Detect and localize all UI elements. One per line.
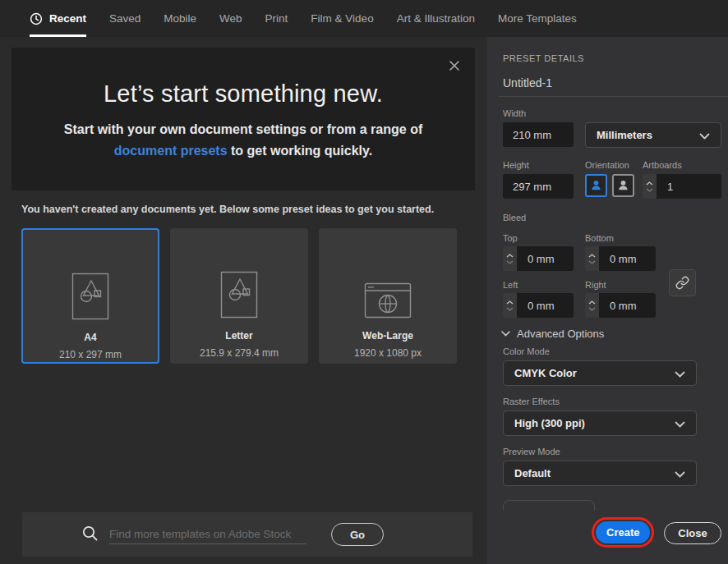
artboards-input[interactable] [657,181,721,193]
raster-effects-dropdown[interactable]: High (300 ppi) [503,410,697,436]
portrait-person-icon[interactable] [585,174,607,197]
chevron-up-icon [506,300,514,305]
chevron-up-icon [588,254,596,258]
divider [499,96,728,97]
bleed-top-stepper: 0 mm [503,246,574,271]
landscape-person-icon[interactable] [612,174,634,197]
bleed-right-label: Right [585,280,606,290]
units-dropdown[interactable]: Millimeters [585,122,721,148]
chevron-down-icon [675,466,685,481]
chevron-up-icon [506,254,514,258]
go-button[interactable]: Go [331,523,384,546]
tab-label: Web [219,12,242,25]
template-tab-bar: Recent Saved Mobile Web Print Film & Vid… [0,0,728,37]
preview-mode-value: Default [514,467,551,479]
chevron-up-icon [588,300,596,305]
chevron-up-icon [646,181,653,186]
bleed-bottom-value[interactable]: 0 mm [599,253,656,265]
bleed-bottom-label: Bottom [585,233,614,243]
chevron-down-icon [646,188,653,192]
bleed-left-field: 0 mm [517,293,574,318]
search-input[interactable] [109,525,306,544]
chevron-down-icon [501,331,510,337]
tab-label: Print [265,12,288,25]
banner-subtitle: Start with your own document settings or… [41,119,445,161]
preset-card-a4[interactable]: A4 210 x 297 mm [21,228,159,364]
stepper-buttons[interactable] [503,293,517,318]
close-icon[interactable] [447,59,462,74]
bleed-left-value[interactable]: 0 mm [517,300,574,312]
tab-more-templates[interactable]: More Templates [498,0,577,37]
artboards-field [657,174,721,199]
preset-dimensions: 215.9 x 279.4 mm [200,347,279,359]
advanced-options-toggle[interactable]: Advanced Options [501,328,604,340]
width-label: Width [503,108,526,118]
preset-cards: A4 210 x 297 mm Letter 215.9 x 279.4 mm [21,228,457,364]
document-name-field[interactable]: Untitled-1 [503,76,552,89]
banner-title: Let’s start something new. [12,80,475,108]
tab-label: Recent [49,12,86,25]
browser-globe-icon [364,240,412,319]
bleed-right-field: 0 mm [599,293,656,318]
search-icon [81,525,99,545]
artboards-label: Artboards [643,160,682,170]
raster-effects-label: Raster Effects [503,397,560,406]
orientation-group [585,174,634,197]
tab-web[interactable]: Web [219,0,242,37]
recent-content-area: Let’s start something new. Start with yo… [0,37,487,564]
bleed-label: Bleed [503,213,526,222]
welcome-banner: Let’s start something new. Start with yo… [12,48,475,190]
color-mode-dropdown[interactable]: CMYK Color [503,360,697,386]
preset-dimensions: 1920 x 1080 px [354,347,422,359]
tab-mobile[interactable]: Mobile [164,0,196,37]
stepper-buttons[interactable] [585,293,599,318]
tab-label: Saved [109,12,141,25]
stepper-buttons[interactable] [503,246,517,271]
bleed-left-stepper: 0 mm [503,293,574,318]
advanced-options-label: Advanced Options [517,328,604,340]
link-icon [675,276,689,290]
preview-mode-label: Preview Mode [503,447,560,456]
preset-name: A4 [84,332,96,343]
width-input[interactable] [503,129,574,141]
height-label: Height [503,160,529,170]
preset-details-panel: PRESET DETAILS Untitled-1 Width Millimet… [487,37,728,564]
artboards-stepper [643,174,721,199]
tab-film-video[interactable]: Film & Video [311,0,373,37]
bleed-top-label: Top [503,233,518,243]
preset-card-web-large[interactable]: Web-Large 1920 x 1080 px [319,228,457,364]
raster-effects-value: High (300 ppi) [514,417,585,429]
close-button[interactable]: Close [664,522,721,544]
bleed-link-toggle[interactable] [669,269,696,296]
chevron-down-icon [506,260,514,264]
create-button[interactable]: Create [596,521,650,543]
tab-art-illustration[interactable]: Art & Illustration [397,0,475,37]
stepper-buttons[interactable] [585,246,599,271]
preset-name: Web-Large [362,330,413,342]
height-field [503,174,574,199]
width-field [503,122,574,147]
color-mode-value: CMYK Color [514,367,577,379]
tab-label: Mobile [164,12,196,25]
adobe-stock-search-bar: Go [22,512,472,557]
tab-print[interactable]: Print [265,0,288,37]
tab-label: More Templates [498,12,577,25]
empty-documents-note: You haven't created any documents yet. B… [21,204,434,215]
panel-title: PRESET DETAILS [503,53,584,63]
bleed-left-label: Left [503,280,518,290]
stepper-buttons[interactable] [643,174,657,199]
document-presets-link[interactable]: document presets [114,144,228,158]
chevron-down-icon [588,260,596,264]
tab-label: Art & Illustration [397,12,475,25]
tab-recent[interactable]: Recent [30,0,86,37]
clipped-control [503,500,595,511]
clock-icon [30,12,43,25]
banner-subtitle-text: to get working quickly. [228,144,373,158]
preview-mode-dropdown[interactable]: Default [503,461,697,486]
tab-saved[interactable]: Saved [109,0,141,37]
preset-card-letter[interactable]: Letter 215.9 x 279.4 mm [170,228,308,364]
bleed-right-value[interactable]: 0 mm [599,300,656,312]
bleed-top-value[interactable]: 0 mm [517,253,574,265]
chevron-down-icon [699,128,710,143]
height-input[interactable] [503,181,574,193]
